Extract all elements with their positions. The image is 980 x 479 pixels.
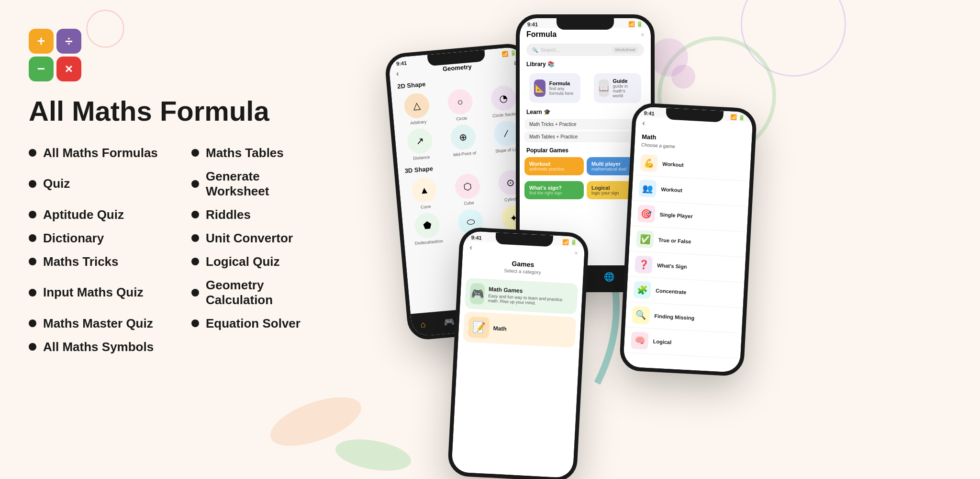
item-icon: ❓ (635, 255, 653, 274)
guide-card-subtitle: guide in math's world (613, 84, 636, 98)
learn-tricks[interactable]: Math Tricks + Practice (524, 119, 646, 130)
game-whats-sign[interactable]: What's sign? find the right sign (524, 181, 584, 199)
item-icon: 🎯 (637, 205, 656, 223)
formula-title: Formula (526, 30, 557, 39)
feature-item-tables: Maths Tables (191, 146, 325, 160)
guide-card-title: Guide (613, 78, 636, 84)
feature-item-logical: Logical Quiz (191, 254, 325, 269)
mathlist-items: 💪 Workout 👥 Workout 🎯 Single Player ✅ Tr… (624, 150, 751, 359)
phones-showcase: 9:41 📶 🔋 ‹ Geometry ≡ 2D Shape △ Arbitra… (358, 0, 980, 479)
feature-dot (191, 180, 199, 188)
menu-icon[interactable]: ≡ (575, 250, 578, 256)
shape-midpoint[interactable]: ⊕ Mid-Point of (443, 123, 485, 158)
games-card-content: Math Games Easy and fun way to learn and… (488, 286, 573, 308)
bg-decoration-oval-orange (264, 387, 367, 456)
shape-icon: ⬟ (414, 212, 441, 239)
nav-game-icon[interactable]: 🎮 (444, 317, 455, 328)
games-card-icon: 🎮 (469, 283, 485, 305)
games-math-games-card[interactable]: 🎮 Math Games Easy and fun way to learn a… (465, 278, 578, 314)
shape-icon: ↗ (407, 127, 434, 154)
feature-item-input-quiz: Input Maths Quiz (29, 278, 163, 308)
feature-dot (191, 289, 199, 297)
nav-home-icon[interactable]: ⌂ (420, 319, 426, 330)
feature-item-equation: Equation Solver (191, 316, 325, 331)
shape-arbitrary[interactable]: △ Arbitrary (396, 91, 438, 126)
formula-card[interactable]: 📐 Formula find any formula here (529, 73, 580, 103)
back-icon[interactable]: ‹ (396, 69, 399, 78)
games-math-card[interactable]: 📝 Math (463, 311, 576, 348)
back-icon[interactable]: ‹ (642, 119, 645, 127)
games-card-content: Math (493, 325, 507, 332)
feature-item-aptitude: Aptitude Quiz (29, 207, 163, 222)
app-icon: + ÷ − × (29, 29, 81, 81)
item-icon: 🧠 (631, 331, 649, 350)
shape-circle[interactable]: ○ Circle (439, 88, 481, 123)
worksheet-button[interactable]: Worksheet (612, 46, 638, 53)
guide-card[interactable]: 📖 Guide guide in math's world (594, 73, 641, 103)
formula-header: Formula ≡ (520, 28, 651, 41)
game-workout[interactable]: Workout arithmetic practice (524, 157, 584, 175)
phone-mathlist-screen: 9:41 📶 🔋 ‹ Math Choose a game 💪 Workout … (623, 106, 753, 373)
formula-card-title: Formula (549, 80, 576, 86)
back-icon[interactable]: ‹ (469, 243, 472, 251)
shape-icon: ⬡ (454, 173, 481, 200)
phone-games-screen: 9:41 📶 🔋 ‹ ≡ Games Select a category 🎮 M… (451, 231, 585, 479)
formula-card-icon: 📐 (534, 80, 546, 97)
item-icon: ✅ (636, 230, 654, 248)
feature-item-geometry: Geometry Calculation (191, 278, 325, 308)
shape-cube[interactable]: ⬡ Cube (447, 172, 489, 207)
shape-icon: △ (403, 92, 430, 119)
mathlist-logical[interactable]: 🧠 Logical (624, 327, 741, 359)
feature-dot (191, 234, 199, 242)
feature-list: All Maths Formulas Maths Tables Quiz Gen… (29, 146, 325, 354)
shape-icon: ◔ (490, 85, 517, 112)
feature-dot (29, 289, 36, 297)
games-card-icon: 📝 (468, 317, 490, 339)
guide-card-text: Guide guide in math's world (613, 78, 636, 98)
svg-point-2 (671, 65, 695, 89)
menu-lines-icon[interactable]: ≡ (641, 32, 644, 37)
feature-item-quiz: Quiz (29, 169, 163, 199)
feature-dot (29, 211, 36, 218)
phone-mathlist: 9:41 📶 🔋 ‹ Math Choose a game 💪 Workout … (619, 103, 757, 377)
library-cards: 📐 Formula find any formula here 📖 Guide … (520, 69, 651, 107)
feature-item-dictionary: Dictionary (29, 231, 163, 246)
formula-card-text: Formula find any formula here (549, 80, 576, 96)
learn-tables[interactable]: Math Tables + Practice (524, 131, 646, 142)
shape-distance[interactable]: ↗ Distance (399, 127, 441, 162)
feature-dot (29, 319, 36, 327)
shape-icon: ⊕ (450, 124, 477, 150)
svg-point-1 (650, 38, 688, 77)
shape-dodecahedron[interactable]: ⬟ Dodecahedron (407, 211, 449, 246)
item-icon: 💪 (640, 154, 658, 172)
feature-item-formulas: All Maths Formulas (29, 146, 163, 160)
feature-item-riddles: Riddles (191, 207, 325, 222)
phone-games: 9:41 📶 🔋 ‹ ≡ Games Select a category 🎮 M… (447, 227, 590, 479)
feature-dot (191, 258, 199, 265)
guide-card-icon: 📖 (599, 80, 609, 97)
popular-games-label: Popular Games (526, 147, 568, 154)
search-placeholder: Search... (541, 47, 560, 53)
games-card-title: Math (493, 325, 507, 332)
shape-icon: ○ (446, 89, 473, 115)
search-icon: 🔍 (532, 47, 538, 53)
nav-globe-icon[interactable]: 🌐 (604, 272, 614, 282)
feature-dot (191, 319, 199, 327)
shape-icon: ▲ (411, 177, 438, 204)
app-title: All Maths Formula (29, 96, 325, 126)
feature-dot (29, 343, 36, 351)
icon-cell-minus: − (29, 57, 54, 81)
feature-item-master-quiz: Maths Master Quiz (29, 316, 163, 331)
feature-item-symbols: All Maths Symbols (29, 340, 163, 354)
feature-item-worksheet: Generate Worksheet (191, 169, 325, 199)
feature-item-convertor: Unit Convertor (191, 231, 325, 246)
shapes-2d-grid: △ Arbitrary ○ Circle ◔ Circle Sector ↗ D… (391, 80, 533, 165)
feature-dot (191, 211, 199, 218)
feature-dot (29, 149, 36, 157)
icon-cell-plus: + (29, 29, 54, 54)
formula-search-bar[interactable]: 🔍 Search... Worksheet (526, 44, 644, 56)
feature-item-tricks: Maths Tricks (29, 254, 163, 269)
learn-label: Learn 🎓 (520, 107, 651, 117)
item-icon: 🔍 (632, 306, 650, 324)
shape-cone[interactable]: ▲ Cone (403, 176, 445, 211)
